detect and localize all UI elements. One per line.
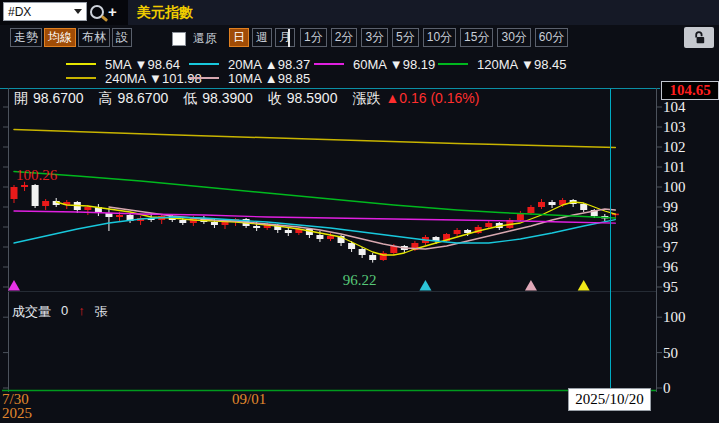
candle-50 xyxy=(538,199,545,209)
price-tick-95: 95 xyxy=(663,278,678,296)
tab-instrument-name[interactable]: 美元指數 xyxy=(137,4,193,22)
quote-field-label: 開 xyxy=(14,90,28,108)
candle-51 xyxy=(549,200,556,208)
quote-field-value: 98.3900 xyxy=(202,90,253,108)
quote-change-label: 漲跌 xyxy=(352,90,380,108)
minute-button-group: 1分2分3分5分10分15分30分60分 xyxy=(300,28,568,47)
minute-button-7[interactable]: 60分 xyxy=(535,28,568,47)
candle-14 xyxy=(158,215,165,224)
price-tick-97: 97 xyxy=(663,238,678,256)
ma-line-240ma xyxy=(14,129,615,147)
quote-change-value: ▲0.16 (0.16%) xyxy=(385,90,479,108)
quote-field-value: 98.5900 xyxy=(287,90,338,108)
legend-item-10ma: 10MA ▲98.85 xyxy=(189,71,310,85)
study-button-3[interactable]: 設 xyxy=(112,28,132,47)
volume-tick-50: 50 xyxy=(663,344,678,362)
minute-button-6[interactable]: 30分 xyxy=(497,28,530,47)
price-chart-canvas[interactable]: 100.2696.22 xyxy=(0,86,719,423)
high-price-annotation: 100.26 xyxy=(16,167,58,183)
legend-text: 5MA ▼98.64 xyxy=(105,57,180,72)
restore-checkbox[interactable] xyxy=(172,32,186,46)
legend-text: 240MA ▼101.98 xyxy=(105,71,202,86)
candle-0 xyxy=(11,185,18,203)
legend-swatch-120ma xyxy=(438,63,468,65)
price-tick-98: 98 xyxy=(663,218,678,236)
legend-item-240ma: 240MA ▼101.98 xyxy=(66,71,202,85)
symbol-select[interactable]: #DX xyxy=(3,2,87,21)
legend-text: 20MA ▲98.37 xyxy=(228,57,310,72)
lock-icon xyxy=(692,30,707,45)
price-tick-101: 101 xyxy=(663,158,686,176)
symbol-select-value: #DX xyxy=(8,5,31,19)
candle-6 xyxy=(74,201,81,213)
candle-1 xyxy=(21,182,28,191)
legend-item-60ma: 60MA ▼98.19 xyxy=(314,57,435,71)
period-button-0[interactable]: 日 xyxy=(229,28,249,47)
quote-field-2: 低98.3900 xyxy=(183,90,253,108)
zoom-in-plus-icon[interactable]: + xyxy=(108,3,117,20)
legend-swatch-20ma xyxy=(189,63,219,65)
legend-swatch-60ma xyxy=(314,63,344,65)
quote-change-field: 漲跌▲0.16 (0.16%) xyxy=(352,90,479,108)
chart-toolbar: 走勢均線布林設 還原 日週月 1分2分3分5分10分15分30分60分 xyxy=(0,25,719,58)
restore-label: 還原 xyxy=(193,30,217,47)
quote-field-value: 98.6700 xyxy=(33,90,84,108)
minute-button-4[interactable]: 10分 xyxy=(423,28,456,47)
candle-34 xyxy=(369,253,376,263)
instrument-tab-strip: 美元指數 xyxy=(128,0,719,25)
toolbar-separator xyxy=(288,29,290,47)
candle-44 xyxy=(475,225,482,234)
quote-field-label: 高 xyxy=(99,90,113,108)
volume-tick-0: 0 xyxy=(663,379,671,397)
quote-field-label: 低 xyxy=(183,90,197,108)
legend-swatch-5ma xyxy=(66,63,96,65)
legend-text: 10MA ▲98.85 xyxy=(228,71,310,86)
period-button-1[interactable]: 週 xyxy=(252,28,272,47)
price-tick-104: 104 xyxy=(663,98,686,116)
crosshair-date-label: 2025/10/20 xyxy=(568,388,651,411)
volume-caption-row: 成交量 0 ↑ 張 xyxy=(12,303,108,321)
ma-line-60ma xyxy=(14,211,615,223)
legend-item-5ma: 5MA ▼98.64 xyxy=(66,57,180,71)
legend-swatch-240ma xyxy=(66,77,96,79)
chevron-down-icon xyxy=(74,9,82,14)
lock-button[interactable] xyxy=(684,27,714,48)
ma-line-120ma xyxy=(14,171,615,218)
signal-marker-3 xyxy=(578,280,590,291)
study-button-1[interactable]: 均線 xyxy=(44,28,76,47)
signal-marker-1 xyxy=(419,280,431,291)
legend-text: 60MA ▼98.19 xyxy=(353,57,435,72)
study-button-2[interactable]: 布林 xyxy=(78,28,110,47)
minute-button-1[interactable]: 2分 xyxy=(331,28,358,47)
chart-app-window: #DX + 美元指數 走勢均線布林設 還原 日週月 1分2分3分5分10分15分… xyxy=(0,0,719,423)
low-price-annotation: 96.22 xyxy=(343,272,377,288)
legend-swatch-10ma xyxy=(189,77,219,79)
quote-field-label: 收 xyxy=(268,90,282,108)
signal-marker-2 xyxy=(525,280,537,291)
quote-field-3: 收98.5900 xyxy=(268,90,338,108)
search-icon[interactable] xyxy=(90,5,104,19)
minute-button-2[interactable]: 3分 xyxy=(361,28,388,47)
volume-up-arrow-icon: ↑ xyxy=(78,303,85,321)
volume-label: 成交量 xyxy=(12,303,51,321)
volume-value: 0 xyxy=(61,303,68,321)
signal-marker-0 xyxy=(8,280,20,291)
quote-field-0: 開98.6700 xyxy=(14,90,84,108)
candle-11 xyxy=(127,214,134,223)
price-tick-96: 96 xyxy=(663,258,678,276)
minute-button-0[interactable]: 1分 xyxy=(300,28,327,47)
minute-button-5[interactable]: 15分 xyxy=(460,28,493,47)
study-button-0[interactable]: 走勢 xyxy=(10,28,42,47)
minute-button-3[interactable]: 5分 xyxy=(392,28,419,47)
volume-tick-100: 100 xyxy=(663,308,686,326)
quote-row: 開98.6700高98.6700低98.3900收98.5900漲跌▲0.16 … xyxy=(14,90,479,108)
candle-3 xyxy=(42,199,49,210)
ma-line-10ma xyxy=(109,207,615,249)
period-button-2[interactable]: 月 xyxy=(275,28,295,47)
candle-48 xyxy=(517,211,524,221)
period-button-group: 日週月 xyxy=(229,28,295,47)
price-tick-99: 99 xyxy=(663,198,678,216)
price-tick-103: 103 xyxy=(663,118,686,136)
legend-item-20ma: 20MA ▲98.37 xyxy=(189,57,310,71)
candle-35 xyxy=(380,251,387,261)
